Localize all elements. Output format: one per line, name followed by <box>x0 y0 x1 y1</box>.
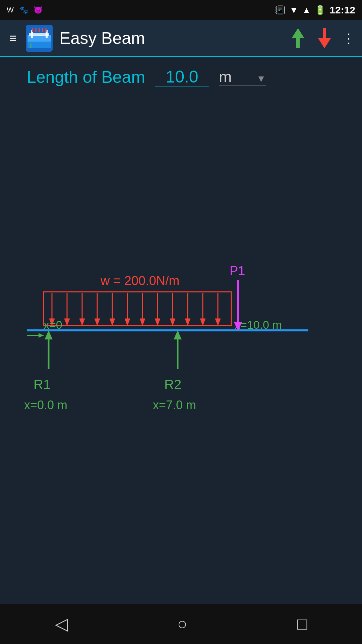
r2-label: R2 <box>164 377 181 392</box>
r1-label: R1 <box>34 377 51 392</box>
svg-marker-19 <box>318 28 331 48</box>
load-arrows <box>49 293 221 325</box>
beam-end-label: x=10.0 m <box>235 318 282 331</box>
svg-marker-36 <box>155 319 160 325</box>
beam-diagram: w = 200.0N/m <box>0 94 362 604</box>
hamburger-menu[interactable]: ≡ <box>7 29 19 48</box>
recent-button[interactable]: □ <box>277 607 327 640</box>
wifi-icon: ▼ <box>290 5 298 15</box>
distributed-load-label: w = 200.0N/m <box>100 274 180 288</box>
more-options-button[interactable]: ⋮ <box>342 31 355 46</box>
r1-position: x=0.0 m <box>24 398 67 412</box>
toolbar-icons: ⋮ <box>289 26 355 50</box>
svg-marker-28 <box>95 319 100 325</box>
beam-length-label: Length of Beam <box>27 67 145 87</box>
add-load-up-button[interactable] <box>289 26 307 50</box>
svg-marker-38 <box>170 319 175 325</box>
svg-marker-47 <box>174 330 182 339</box>
app-icon-w: W <box>7 6 14 14</box>
status-bar-right: 📳 ▼ ▲ 🔋 12:12 <box>275 4 355 16</box>
vibrate-icon: 📳 <box>275 5 286 15</box>
status-bar-left: W 🐾 😈 <box>7 6 43 14</box>
beam-length-row: Length of Beam m ft cm <box>0 57 362 97</box>
status-time: 12:12 <box>329 4 355 16</box>
svg-marker-40 <box>185 319 190 325</box>
beam-start-label: x=0 <box>44 318 62 331</box>
diagram-area: w = 200.0N/m <box>0 94 362 604</box>
svg-marker-34 <box>140 319 145 325</box>
svg-marker-18 <box>292 28 304 48</box>
svg-marker-45 <box>39 333 44 338</box>
svg-marker-42 <box>200 319 205 325</box>
svg-marker-24 <box>64 319 70 325</box>
svg-marker-30 <box>110 319 115 325</box>
unit-select[interactable]: m ft cm <box>219 68 266 86</box>
svg-marker-46 <box>45 330 53 339</box>
app-title: Easy Beam <box>59 29 282 48</box>
app-logo <box>26 25 53 52</box>
nav-bar: ◁ ○ □ <box>0 604 362 644</box>
svg-marker-32 <box>125 319 130 325</box>
back-button[interactable]: ◁ <box>35 607 88 640</box>
home-button[interactable]: ○ <box>157 607 207 640</box>
svg-marker-44 <box>215 319 221 325</box>
status-bar: W 🐾 😈 📳 ▼ ▲ 🔋 12:12 <box>0 0 362 20</box>
svg-marker-26 <box>79 319 85 325</box>
unit-wrapper: m ft cm <box>219 68 266 86</box>
p1-label: P1 <box>230 264 245 278</box>
add-load-down-button[interactable] <box>315 26 334 50</box>
app-bar: ≡ Easy Beam <box>0 20 362 57</box>
r2-position: x=7.0 m <box>153 398 196 412</box>
signal-icon: ▲ <box>302 5 311 15</box>
beam-length-input[interactable] <box>155 67 209 87</box>
battery-icon: 🔋 <box>315 5 325 15</box>
app-icon-paw: 🐾 <box>19 6 28 14</box>
app-icon-devil: 😈 <box>34 6 43 14</box>
